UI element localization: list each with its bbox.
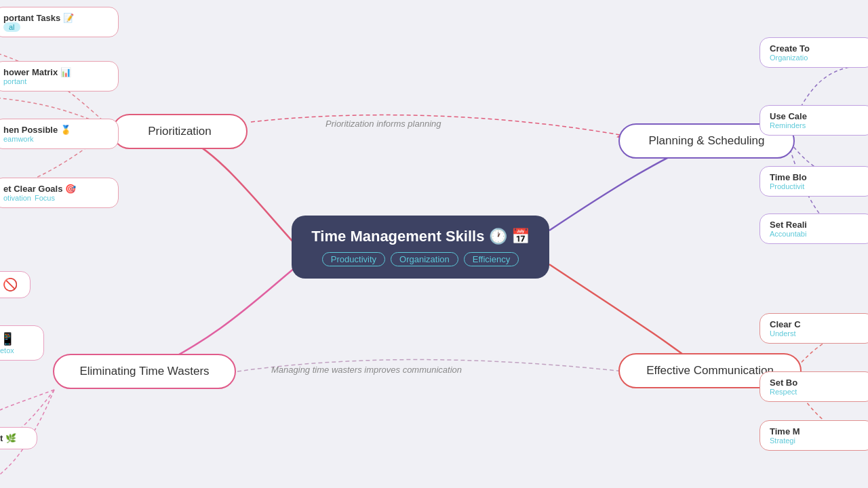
sub-item-title: hower Matrix 📊 — [3, 67, 108, 77]
sub-item-title: Time Blo — [770, 172, 865, 182]
sub-item-tag: Productivit — [770, 182, 865, 190]
sub-item-goals: et Clear Goals 🎯 otivation Focus — [0, 178, 119, 208]
center-tags: Productivity Organization Efficiency — [311, 252, 530, 266]
effective-label: Effective Communication — [646, 364, 774, 377]
prioritization-node[interactable]: Prioritization — [112, 114, 248, 149]
sub-item-phone: 🚫 — [0, 271, 31, 298]
center-title: Time Management Skills 🕐 📅 — [311, 228, 530, 245]
sub-item-title: Set Bo — [770, 378, 865, 388]
center-node: Time Management Skills 🕐 📅 Productivity … — [292, 216, 549, 279]
sub-item-tag: Organizatio — [770, 54, 865, 62]
sub-item-title: Clear C — [770, 319, 865, 329]
sub-item-tags: al — [3, 23, 108, 31]
planning-label: Planning & Scheduling — [648, 134, 764, 147]
eliminating-label: Eliminating Time Wasters — [79, 365, 209, 378]
sub-item-eisenhower: hower Matrix 📊 portant — [0, 61, 119, 92]
tag-efficiency: Efficiency — [464, 252, 519, 266]
sub-item-tag: Accountabi — [770, 230, 865, 238]
sub-item-realistic: Set Reali Accountabi — [760, 214, 868, 244]
sub-item-title: Time M — [770, 426, 865, 436]
sub-item-tags: portant — [3, 77, 108, 85]
sub-item-title: et Clear Goals 🎯 — [3, 184, 108, 194]
sub-item-title: Create To — [770, 43, 865, 54]
annotation-bottom: Managing time wasters improves communica… — [271, 365, 462, 375]
sub-item-tag: Underst — [770, 329, 865, 338]
sub-item-title: hen Possible 🥇 — [3, 125, 108, 135]
sub-item-digital-detox: 📱 etox — [0, 325, 44, 361]
tag-productivity: Productivity — [322, 252, 385, 266]
sub-item-strategy: Time M Strategi — [760, 420, 868, 451]
sub-item-todo: Create To Organizatio — [760, 37, 868, 68]
sub-item-delegate: hen Possible 🥇 eamwork — [0, 119, 119, 149]
sub-item-title: Use Cale — [770, 111, 865, 121]
sub-item-clear-comm: Clear C Underst — [760, 313, 868, 344]
eliminating-node[interactable]: Eliminating Time Wasters — [53, 354, 236, 389]
sub-item-title: portant Tasks 📝 — [3, 13, 108, 23]
sub-item-boundaries: Set Bo Respect — [760, 371, 868, 402]
sub-item-tags: eamwork — [3, 135, 108, 143]
sub-item-timeblock: Time Blo Productivit — [760, 166, 868, 197]
sub-item-title: Set Reali — [770, 220, 865, 230]
sub-item-tags: otivation Focus — [3, 194, 108, 202]
sub-item-tag: Respect — [770, 388, 865, 396]
tag-organization: Organization — [391, 252, 458, 266]
prioritization-label: Prioritization — [148, 125, 212, 138]
annotation-top: Prioritization informs planning — [326, 119, 441, 129]
sub-item-calendar: Use Cale Reminders — [760, 105, 868, 136]
sub-item-important-tasks: portant Tasks 📝 al — [0, 7, 119, 37]
sub-item-tag: Reminders — [770, 121, 865, 129]
sub-item-nature: t 🌿 — [0, 427, 37, 449]
sub-item-tag: Strategi — [770, 436, 865, 445]
